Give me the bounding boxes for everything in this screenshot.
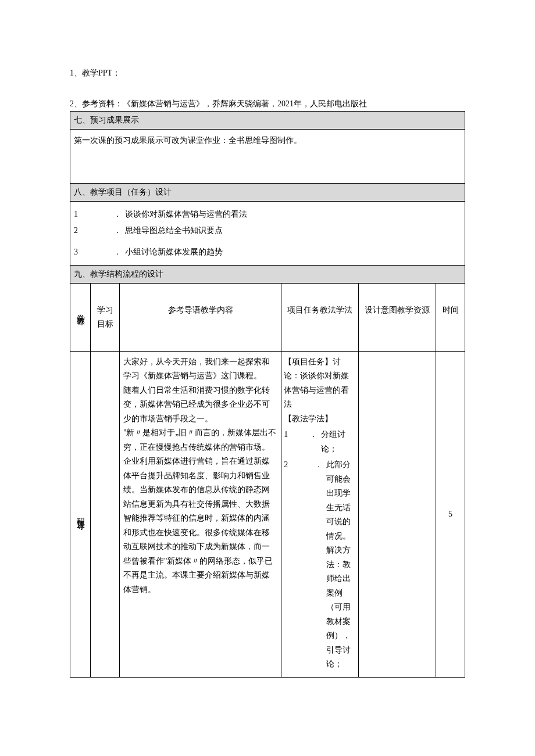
list-text: 分组讨论； <box>321 428 356 456</box>
list-dot: ． <box>81 223 125 238</box>
grid-header-goal: 学习目标 <box>91 283 120 351</box>
list-dot: ． <box>291 458 326 672</box>
list-number: 1 <box>284 428 290 456</box>
list-number: 3 <box>74 245 81 259</box>
list-text: 思维导图总结全书知识要点 <box>125 223 223 238</box>
method-task: 【项目任务】讨论：谈谈你对新媒体营销与运营的看法 <box>284 355 356 412</box>
grid-row-time: 5 <box>436 351 465 677</box>
list-item: 2 ． 此部分可能会出现学生无话可说的情况。解决方法：教师给出案例（可用教材案例… <box>284 458 356 672</box>
section-7-body: 第一次课的预习成果展示可改为课堂作业：全书思维导图制作。 <box>70 130 465 183</box>
list-item: 1 ． 谈谈你对新媒体营销与运营的看法 <box>74 207 461 221</box>
preamble-line-1: 1、教学PPT； <box>70 67 465 79</box>
list-item: 2 ． 思维导图总结全书知识要点 <box>74 223 461 238</box>
method-label: 【教法学法】 <box>284 412 356 427</box>
main-table: 七、预习成果展示 第一次课的预习成果展示可改为课堂作业：全书思维导图制作。 八、… <box>70 111 465 678</box>
list-number: 2 <box>284 458 291 672</box>
grid-row-content: 大家好，从今天开始，我们来一起探索和学习《新媒体营销与运营》这门课程。随着人们日… <box>120 351 281 677</box>
list-dot: ． <box>290 428 321 456</box>
list-number: 2 <box>74 223 81 238</box>
section-9-header: 九、教学结构流程的设计 <box>70 265 465 283</box>
grid-row-goal <box>91 351 120 677</box>
grid-header-method: 项目任务教法学法 <box>281 283 359 351</box>
list-item: 3 ． 小组讨论新媒体发展的趋势 <box>74 245 461 259</box>
section-7-header: 七、预习成果展示 <box>70 112 465 130</box>
grid-header-time: 时间 <box>436 283 465 351</box>
grid-row-phase: 程入课导 <box>70 351 91 677</box>
grid-header-phase: 学节教环 <box>70 283 91 351</box>
list-text: 此部分可能会出现学生无话可说的情况。解决方法：教师给出案例（可用教材案例），引导… <box>326 458 356 672</box>
list-text: 谈谈你对新媒体营销与运营的看法 <box>125 207 247 221</box>
preamble-line-2: 2、参考资料：《新媒体营销与运营》，乔辉麻天骁编著，2021年，人民邮电出版社 <box>70 98 465 110</box>
grid-header-content: 参考导语教学内容 <box>120 283 281 351</box>
grid-header-resource: 设计意图教学资源 <box>359 283 436 351</box>
list-item: 1 ． 分组讨论； <box>284 428 356 456</box>
page-container: 1、教学PPT； 2、参考资料：《新媒体营销与运营》，乔辉麻天骁编著，2021年… <box>0 0 535 707</box>
section-8-header: 八、教学项目（任务）设计 <box>70 183 465 201</box>
grid-row-method: 【项目任务】讨论：谈谈你对新媒体营销与运营的看法 【教法学法】 1 ． 分组讨论… <box>281 351 359 677</box>
list-text: 小组讨论新媒体发展的趋势 <box>125 245 223 259</box>
section-8-body: 1 ． 谈谈你对新媒体营销与运营的看法 2 ． 思维导图总结全书知识要点 3 ．… <box>70 201 465 265</box>
grid-row-resource <box>359 351 436 677</box>
list-number: 1 <box>74 207 81 221</box>
list-dot: ． <box>81 207 125 221</box>
list-dot: ． <box>81 245 125 259</box>
